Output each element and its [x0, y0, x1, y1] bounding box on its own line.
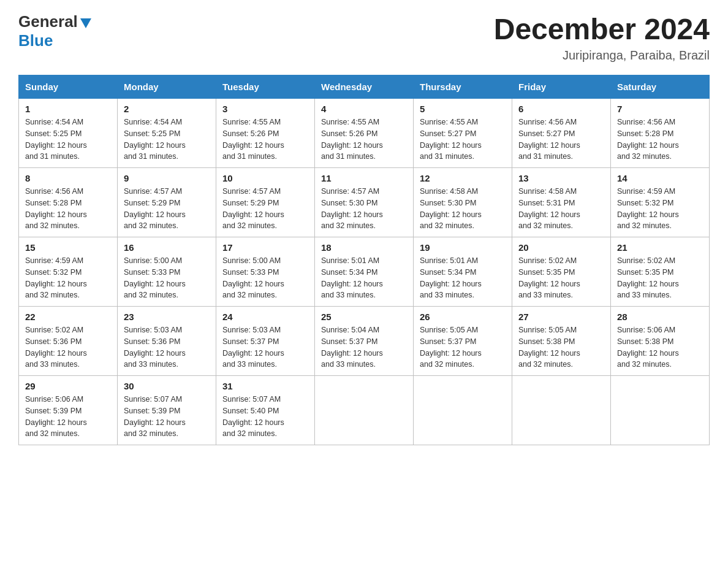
calendar-cell: 14 Sunrise: 4:59 AMSunset: 5:32 PMDaylig… — [611, 168, 710, 237]
day-number: 26 — [420, 312, 506, 322]
calendar-week-5: 29 Sunrise: 5:06 AMSunset: 5:39 PMDaylig… — [19, 376, 710, 445]
calendar-cell: 9 Sunrise: 4:57 AMSunset: 5:29 PMDayligh… — [118, 168, 216, 237]
calendar-cell: 26 Sunrise: 5:05 AMSunset: 5:37 PMDaylig… — [414, 307, 512, 376]
day-number: 5 — [420, 104, 506, 114]
day-number: 10 — [222, 173, 308, 183]
day-info: Sunrise: 5:07 AMSunset: 5:39 PMDaylight:… — [124, 395, 186, 438]
calendar-cell: 29 Sunrise: 5:06 AMSunset: 5:39 PMDaylig… — [19, 376, 118, 445]
day-number: 9 — [124, 173, 210, 183]
svg-marker-0 — [80, 18, 91, 28]
month-title: December 2024 — [494, 12, 710, 46]
day-number: 20 — [518, 242, 604, 253]
day-number: 4 — [321, 104, 407, 114]
day-number: 21 — [617, 242, 703, 253]
day-info: Sunrise: 5:04 AMSunset: 5:37 PMDaylight:… — [321, 326, 383, 369]
day-number: 29 — [25, 381, 111, 391]
day-info: Sunrise: 5:07 AMSunset: 5:40 PMDaylight:… — [222, 395, 284, 438]
day-info: Sunrise: 5:05 AMSunset: 5:38 PMDaylight:… — [518, 326, 580, 369]
day-number: 14 — [617, 173, 703, 183]
col-thursday: Thursday — [414, 75, 512, 99]
calendar-cell: 15 Sunrise: 4:59 AMSunset: 5:32 PMDaylig… — [19, 237, 118, 307]
day-number: 11 — [321, 173, 407, 183]
day-info: Sunrise: 4:57 AMSunset: 5:29 PMDaylight:… — [222, 187, 284, 230]
day-info: Sunrise: 5:02 AMSunset: 5:35 PMDaylight:… — [617, 256, 679, 299]
calendar-cell: 17 Sunrise: 5:00 AMSunset: 5:33 PMDaylig… — [216, 237, 315, 307]
day-number: 12 — [420, 173, 506, 183]
day-info: Sunrise: 5:03 AMSunset: 5:37 PMDaylight:… — [222, 326, 284, 369]
day-info: Sunrise: 4:59 AMSunset: 5:32 PMDaylight:… — [25, 256, 87, 299]
location-subtitle: Juripiranga, Paraiba, Brazil — [494, 48, 710, 63]
calendar-cell: 2 Sunrise: 4:54 AMSunset: 5:25 PMDayligh… — [118, 99, 216, 168]
calendar-cell — [512, 376, 611, 445]
day-number: 6 — [518, 104, 604, 114]
day-info: Sunrise: 4:56 AMSunset: 5:27 PMDaylight:… — [518, 118, 580, 161]
col-tuesday: Tuesday — [216, 75, 315, 99]
calendar-week-3: 15 Sunrise: 4:59 AMSunset: 5:32 PMDaylig… — [19, 237, 710, 307]
day-info: Sunrise: 4:59 AMSunset: 5:32 PMDaylight:… — [617, 187, 679, 230]
day-number: 24 — [222, 312, 308, 322]
day-info: Sunrise: 5:01 AMSunset: 5:34 PMDaylight:… — [420, 256, 482, 299]
calendar-week-4: 22 Sunrise: 5:02 AMSunset: 5:36 PMDaylig… — [19, 307, 710, 376]
day-info: Sunrise: 4:56 AMSunset: 5:28 PMDaylight:… — [25, 187, 87, 230]
calendar-cell: 31 Sunrise: 5:07 AMSunset: 5:40 PMDaylig… — [216, 376, 315, 445]
day-info: Sunrise: 5:06 AMSunset: 5:38 PMDaylight:… — [617, 326, 679, 369]
day-number: 30 — [124, 381, 210, 391]
calendar-week-2: 8 Sunrise: 4:56 AMSunset: 5:28 PMDayligh… — [19, 168, 710, 237]
day-number: 27 — [518, 312, 604, 322]
calendar-cell: 5 Sunrise: 4:55 AMSunset: 5:27 PMDayligh… — [414, 99, 512, 168]
calendar-header: Sunday Monday Tuesday Wednesday Thursday… — [19, 75, 710, 99]
calendar-cell: 13 Sunrise: 4:58 AMSunset: 5:31 PMDaylig… — [512, 168, 611, 237]
day-info: Sunrise: 4:55 AMSunset: 5:26 PMDaylight:… — [321, 118, 383, 161]
calendar-cell — [315, 376, 414, 445]
day-info: Sunrise: 4:57 AMSunset: 5:30 PMDaylight:… — [321, 187, 383, 230]
col-wednesday: Wednesday — [315, 75, 414, 99]
calendar-cell: 10 Sunrise: 4:57 AMSunset: 5:29 PMDaylig… — [216, 168, 315, 237]
day-number: 15 — [25, 242, 111, 253]
day-number: 2 — [124, 104, 210, 114]
col-friday: Friday — [512, 75, 611, 99]
calendar-cell: 25 Sunrise: 5:04 AMSunset: 5:37 PMDaylig… — [315, 307, 414, 376]
day-number: 23 — [124, 312, 210, 322]
calendar-cell: 27 Sunrise: 5:05 AMSunset: 5:38 PMDaylig… — [512, 307, 611, 376]
day-info: Sunrise: 5:02 AMSunset: 5:35 PMDaylight:… — [518, 256, 580, 299]
day-info: Sunrise: 5:05 AMSunset: 5:37 PMDaylight:… — [420, 326, 482, 369]
calendar-cell: 18 Sunrise: 5:01 AMSunset: 5:34 PMDaylig… — [315, 237, 414, 307]
day-number: 13 — [518, 173, 604, 183]
calendar-cell: 30 Sunrise: 5:07 AMSunset: 5:39 PMDaylig… — [118, 376, 216, 445]
title-section: December 2024 Juripiranga, Paraiba, Braz… — [494, 12, 710, 63]
day-number: 25 — [321, 312, 407, 322]
page-header: General Blue December 2024 Juripiranga, … — [18, 12, 710, 63]
day-info: Sunrise: 4:58 AMSunset: 5:31 PMDaylight:… — [518, 187, 580, 230]
day-info: Sunrise: 4:54 AMSunset: 5:25 PMDaylight:… — [25, 118, 87, 161]
day-info: Sunrise: 4:55 AMSunset: 5:26 PMDaylight:… — [222, 118, 284, 161]
calendar-cell: 12 Sunrise: 4:58 AMSunset: 5:30 PMDaylig… — [414, 168, 512, 237]
day-number: 18 — [321, 242, 407, 253]
day-number: 1 — [25, 104, 111, 114]
day-number: 17 — [222, 242, 308, 253]
calendar-cell: 23 Sunrise: 5:03 AMSunset: 5:36 PMDaylig… — [118, 307, 216, 376]
day-info: Sunrise: 5:01 AMSunset: 5:34 PMDaylight:… — [321, 256, 383, 299]
day-info: Sunrise: 5:03 AMSunset: 5:36 PMDaylight:… — [124, 326, 186, 369]
calendar-cell: 21 Sunrise: 5:02 AMSunset: 5:35 PMDaylig… — [611, 237, 710, 307]
day-number: 7 — [617, 104, 703, 114]
calendar-table: Sunday Monday Tuesday Wednesday Thursday… — [18, 75, 710, 445]
day-number: 16 — [124, 242, 210, 253]
day-info: Sunrise: 5:00 AMSunset: 5:33 PMDaylight:… — [222, 256, 284, 299]
calendar-cell — [414, 376, 512, 445]
calendar-cell: 11 Sunrise: 4:57 AMSunset: 5:30 PMDaylig… — [315, 168, 414, 237]
day-number: 28 — [617, 312, 703, 322]
col-saturday: Saturday — [611, 75, 710, 99]
day-number: 22 — [25, 312, 111, 322]
calendar-cell: 16 Sunrise: 5:00 AMSunset: 5:33 PMDaylig… — [118, 237, 216, 307]
logo: General Blue — [18, 12, 93, 50]
header-row: Sunday Monday Tuesday Wednesday Thursday… — [19, 75, 710, 99]
calendar-cell: 4 Sunrise: 4:55 AMSunset: 5:26 PMDayligh… — [315, 99, 414, 168]
col-monday: Monday — [118, 75, 216, 99]
day-info: Sunrise: 4:55 AMSunset: 5:27 PMDaylight:… — [420, 118, 482, 161]
col-sunday: Sunday — [19, 75, 118, 99]
calendar-cell: 3 Sunrise: 4:55 AMSunset: 5:26 PMDayligh… — [216, 99, 315, 168]
logo-general-text: General — [18, 12, 78, 31]
calendar-body: 1 Sunrise: 4:54 AMSunset: 5:25 PMDayligh… — [19, 99, 710, 445]
calendar-cell: 7 Sunrise: 4:56 AMSunset: 5:28 PMDayligh… — [611, 99, 710, 168]
day-info: Sunrise: 4:57 AMSunset: 5:29 PMDaylight:… — [124, 187, 186, 230]
